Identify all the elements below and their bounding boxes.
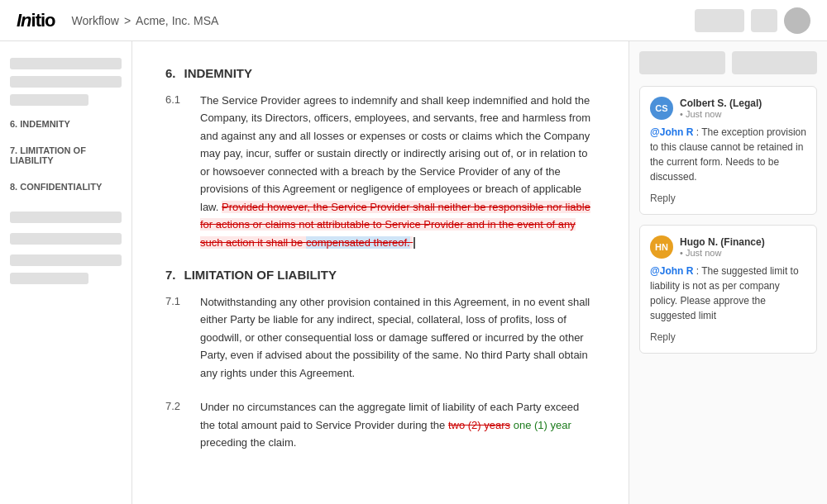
breadcrumb-workflow[interactable]: Workflow (72, 14, 119, 27)
panel-placeholder-2[interactable] (732, 51, 818, 74)
sidebar-item-confidentiality[interactable]: 8. CONFIDENTIALITY (10, 178, 122, 195)
header-left: Initio Workflow > Acme, Inc. MSA (17, 10, 218, 31)
clause-7-2-num: 7.2 (165, 398, 189, 451)
redline-text-6-1: Provided however, the Service Provider s… (200, 201, 590, 249)
breadcrumb-doc[interactable]: Acme, Inc. MSA (136, 14, 218, 27)
comment-2-avatar: HN (650, 235, 673, 259)
breadcrumb: Workflow > Acme, Inc. MSA (72, 14, 219, 27)
sidebar-placeholder-7 (10, 273, 88, 284)
right-panel: CS Colbert S. (Legal) • Just now @John R… (629, 41, 827, 504)
inserted-one-year: one (1) year (514, 419, 571, 431)
highlight-compensated: compensated thereof. (306, 236, 410, 249)
section-6-title: INDEMNITY (184, 66, 253, 80)
clause-7-1: 7.1 Notwithstanding any other provision … (165, 293, 595, 382)
sidebar-placeholder-2 (10, 76, 122, 88)
comment-2-mention[interactable]: @John R (650, 265, 693, 277)
clause-7-1-text: Notwithstanding any other provision cont… (200, 293, 595, 382)
section-7-title: LIMITATION OF LIABILITY (184, 268, 337, 282)
clause-6-1-num: 6.1 (165, 92, 189, 251)
sidebar-item-limitation[interactable]: 7. LIMITATION OF LIABILITY (10, 142, 122, 169)
clause-6-1-text: The Service Provider agrees to indemnify… (200, 92, 595, 251)
section-7-num: 7. (165, 268, 176, 282)
clause-6-1: 6.1 The Service Provider agrees to indem… (165, 92, 595, 251)
header: Initio Workflow > Acme, Inc. MSA (0, 0, 827, 41)
breadcrumb-sep: > (124, 14, 131, 27)
comment-2-body: @John R : The suggested limit to liabili… (650, 264, 806, 323)
comment-2: HN Hugo N. (Finance) • Just now @John R … (639, 225, 817, 354)
comment-1-author: Colbert S. (Legal) (680, 97, 762, 109)
comment-2-time: • Just now (680, 248, 765, 258)
clause-7-2-text: Under no circumstances can the aggregate… (200, 398, 595, 451)
comment-1-body: @John R : The exception provision to thi… (650, 125, 806, 184)
comment-2-header: HN Hugo N. (Finance) • Just now (650, 235, 806, 259)
app-container: Initio Workflow > Acme, Inc. MSA 6. INDE… (0, 0, 827, 504)
clause-7-2: 7.2 Under no circumstances can the aggre… (165, 398, 595, 451)
strikethrough-two-years: two (2) years (448, 419, 510, 431)
comment-1-meta: Colbert S. (Legal) • Just now (680, 97, 762, 119)
main-content: 6. INDEMNITY 6.1 The Service Provider ag… (132, 41, 629, 504)
comment-1-time: • Just now (680, 109, 762, 119)
comment-1: CS Colbert S. (Legal) • Just now @John R… (639, 86, 817, 215)
sidebar-placeholder-4 (10, 212, 122, 223)
comment-2-reply[interactable]: Reply (650, 331, 676, 343)
sidebar-placeholders-top (10, 58, 122, 106)
section-6-num: 6. (165, 66, 176, 80)
comment-1-header: CS Colbert S. (Legal) • Just now (650, 97, 806, 120)
text-cursor (414, 237, 415, 249)
sidebar-placeholder-1 (10, 58, 122, 69)
comment-2-author: Hugo N. (Finance) (680, 236, 765, 248)
section-7-header: 7. LIMITATION OF LIABILITY (165, 268, 595, 282)
sidebar-placeholder-3 (10, 94, 88, 106)
header-button-2[interactable] (751, 9, 777, 32)
comment-1-reply[interactable]: Reply (650, 193, 676, 204)
sidebar-placeholder-5 (10, 233, 122, 245)
clause-7-1-num: 7.1 (165, 293, 189, 382)
panel-placeholder-1[interactable] (639, 51, 725, 74)
body: 6. INDEMNITY 7. LIMITATION OF LIABILITY … (0, 41, 827, 504)
sidebar: 6. INDEMNITY 7. LIMITATION OF LIABILITY … (0, 41, 132, 504)
comment-2-meta: Hugo N. (Finance) • Just now (680, 236, 765, 258)
header-right (695, 7, 810, 34)
sidebar-placeholder-6 (10, 254, 122, 266)
right-panel-top (639, 51, 817, 74)
sidebar-placeholders-bottom (10, 208, 122, 284)
comment-1-mention[interactable]: @John R (650, 126, 693, 138)
comment-1-avatar: CS (650, 97, 673, 120)
logo: Initio (17, 10, 55, 31)
sidebar-item-indemnity[interactable]: 6. INDEMNITY (10, 116, 122, 132)
header-button-1[interactable] (695, 9, 744, 32)
user-avatar[interactable] (784, 7, 810, 34)
section-6-header: 6. INDEMNITY (165, 66, 595, 80)
